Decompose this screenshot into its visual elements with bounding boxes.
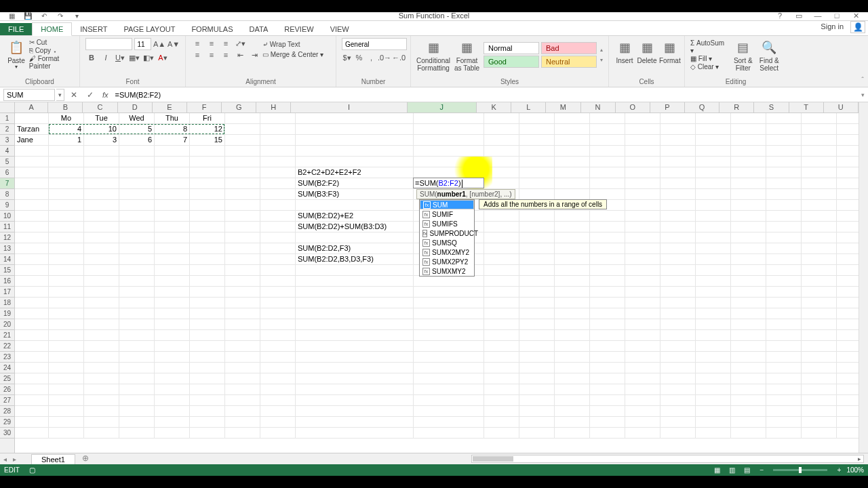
bold-button[interactable]: B (85, 52, 98, 63)
align-right-icon[interactable]: ≡ (220, 49, 232, 60)
row-header-30[interactable]: 30 (0, 428, 14, 439)
conditional-formatting-button[interactable]: ▦Conditional Formatting (416, 38, 450, 72)
view-page-layout-icon[interactable]: ▥ (724, 466, 739, 474)
cell-B2[interactable]: 4 (49, 124, 84, 135)
align-top-icon[interactable]: ≡ (191, 38, 203, 49)
collapse-ribbon-icon[interactable]: ˆ (861, 76, 864, 84)
cell-I8[interactable]: SUM(B3:F3) (296, 189, 414, 200)
new-sheet-icon[interactable]: ⊕ (79, 453, 92, 464)
col-header-K[interactable]: K (477, 102, 511, 113)
row-header-26[interactable]: 26 (0, 384, 14, 395)
tab-page-layout[interactable]: PAGE LAYOUT (115, 23, 183, 35)
cell-F3[interactable]: 15 (190, 135, 225, 146)
row-header-8[interactable]: 8 (0, 189, 14, 200)
tab-home[interactable]: HOME (32, 22, 72, 36)
active-cell-editor[interactable]: =SUM(B2:F2) (413, 178, 484, 188)
sort-filter-button[interactable]: ▤Sort & Filter (731, 38, 755, 72)
col-header-F[interactable]: F (187, 102, 222, 113)
number-format-select[interactable]: General (342, 38, 407, 50)
font-color-button[interactable]: A▾ (157, 52, 169, 63)
tab-view[interactable]: VIEW (322, 23, 357, 35)
row-header-17[interactable]: 17 (0, 287, 14, 298)
view-page-break-icon[interactable]: ▤ (739, 466, 754, 474)
row-header-5[interactable]: 5 (0, 157, 14, 167)
col-header-C[interactable]: C (83, 102, 117, 113)
ribbon-options-icon[interactable]: ▭ (789, 12, 808, 20)
formula-input[interactable]: =SUM(B2:F2) (113, 91, 857, 99)
col-header-J[interactable]: J (408, 102, 477, 113)
zoom-out-icon[interactable]: − (754, 466, 769, 474)
row-header-4[interactable]: 4 (0, 146, 14, 157)
horizontal-scrollbar[interactable]: ◂ ▸ (471, 455, 864, 463)
percent-icon[interactable]: % (354, 52, 364, 63)
row-header-29[interactable]: 29 (0, 417, 14, 428)
zoom-in-icon[interactable]: + (831, 466, 846, 474)
vertical-scrollbar[interactable] (859, 102, 868, 453)
copy-button[interactable]: ⎘ Copy ▾ (29, 47, 74, 54)
cell-E2[interactable]: 8 (155, 124, 190, 135)
close-icon[interactable]: ✕ (846, 12, 865, 20)
col-header-T[interactable]: T (789, 102, 824, 113)
zoom-slider[interactable] (773, 469, 827, 471)
col-header-U[interactable]: U (824, 102, 859, 113)
shrink-font-icon[interactable]: A▼ (167, 39, 180, 49)
style-good[interactable]: Good (484, 56, 539, 68)
cell-I14[interactable]: SUM(B2:D2,B3,D3,F3) (296, 254, 414, 265)
spreadsheet-grid[interactable]: ABCDEFGHIJKLMNOPQRSTU 123456789101112131… (0, 102, 868, 453)
align-left-icon[interactable]: ≡ (191, 49, 203, 60)
expand-formula-bar-icon[interactable]: ▾ (857, 92, 868, 98)
col-header-A[interactable]: A (15, 102, 48, 113)
col-header-E[interactable]: E (153, 102, 187, 113)
row-header-13[interactable]: 13 (0, 243, 14, 254)
sheet-nav-next-icon[interactable]: ▸ (9, 455, 19, 463)
name-box[interactable]: SUM (3, 89, 55, 101)
autocomplete-item-sumx2my2[interactable]: fxSUMX2MY2 (420, 247, 474, 257)
autosum-button[interactable]: Σ AutoSum ▾ (690, 39, 729, 54)
row-header-27[interactable]: 27 (0, 395, 14, 406)
inc-decimal-icon[interactable]: .0→ (378, 52, 391, 63)
insert-cells-button[interactable]: ▦Insert (614, 38, 635, 64)
col-header-P[interactable]: P (650, 102, 685, 113)
row-header-18[interactable]: 18 (0, 298, 14, 308)
orientation-icon[interactable]: ⤢▾ (234, 38, 246, 49)
fill-button[interactable]: ▦ Fill ▾ (690, 55, 729, 62)
row-header-6[interactable]: 6 (0, 167, 14, 178)
col-header-O[interactable]: O (616, 102, 650, 113)
cut-button[interactable]: ✂ Cut (29, 39, 74, 46)
col-header-S[interactable]: S (754, 102, 789, 113)
cell-E3[interactable]: 7 (155, 135, 190, 146)
help-icon[interactable]: ? (770, 12, 789, 20)
styles-down-icon[interactable]: ▾ (600, 57, 603, 63)
merge-center-button[interactable]: ▭ Merge & Center ▾ (262, 51, 323, 58)
view-normal-icon[interactable]: ▦ (709, 466, 724, 474)
col-header-N[interactable]: N (581, 102, 616, 113)
clear-button[interactable]: ◇ Clear ▾ (690, 63, 729, 70)
insert-function-icon[interactable]: fx (98, 91, 113, 99)
tab-data[interactable]: DATA (241, 23, 277, 35)
autocomplete-item-sumsq[interactable]: fxSUMSQ (420, 238, 474, 247)
row-header-21[interactable]: 21 (0, 330, 14, 341)
enter-formula-icon[interactable]: ✓ (82, 90, 98, 100)
hscroll-thumb[interactable] (473, 456, 513, 462)
delete-cells-button[interactable]: ▦Delete (637, 38, 657, 64)
cell-I6[interactable]: B2+C2+D2+E2+F2 (296, 167, 414, 178)
name-box-dropdown-icon[interactable]: ▾ (56, 89, 64, 101)
format-painter-button[interactable]: 🖌 Format Painter (29, 55, 74, 70)
minimize-icon[interactable]: — (808, 12, 827, 20)
cell-F1[interactable]: Fri (190, 113, 225, 124)
hscroll-right-icon[interactable]: ▸ (855, 455, 863, 462)
cell-F2[interactable]: 12 (190, 124, 225, 135)
row-header-20[interactable]: 20 (0, 319, 14, 330)
find-select-button[interactable]: 🔍Find & Select (757, 38, 781, 72)
cell-C3[interactable]: 3 (84, 135, 119, 146)
row-header-1[interactable]: 1 (0, 113, 14, 124)
row-header-25[interactable]: 25 (0, 373, 14, 384)
align-bottom-icon[interactable]: ≡ (220, 38, 232, 49)
tab-file[interactable]: FILE (0, 23, 32, 35)
select-all-corner[interactable] (0, 102, 15, 113)
autocomplete-item-sumx2py2[interactable]: fxSUMX2PY2 (420, 257, 474, 266)
cell-I13[interactable]: SUM(B2:D2,F3) (296, 243, 414, 254)
col-header-L[interactable]: L (511, 102, 546, 113)
align-center-icon[interactable]: ≡ (205, 49, 218, 60)
cancel-formula-icon[interactable]: ✕ (66, 90, 82, 100)
